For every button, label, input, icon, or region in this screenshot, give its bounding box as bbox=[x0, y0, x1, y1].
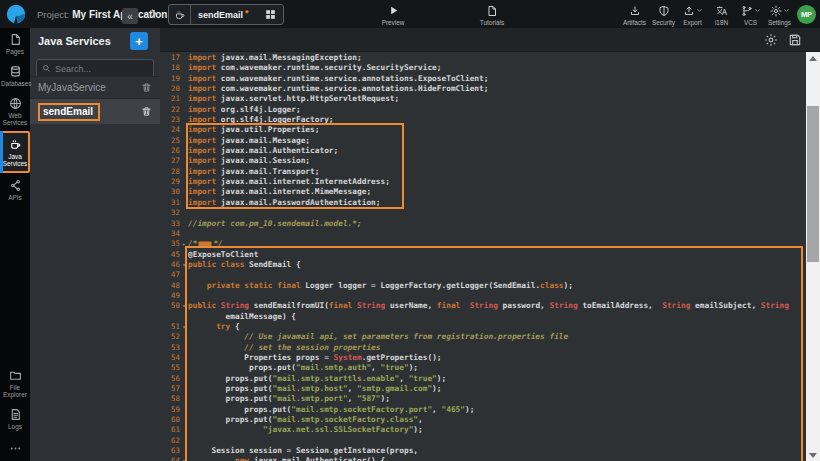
code-line[interactable]: 20import com.wavemaker.runtime.service.a… bbox=[160, 84, 806, 94]
grid-view-icon[interactable] bbox=[264, 8, 277, 21]
code-text: import org.slf4j.Logger; bbox=[188, 105, 806, 115]
i18n-button[interactable]: i18N bbox=[707, 4, 736, 26]
collapse-panel-button[interactable]: « bbox=[122, 8, 138, 24]
code-line[interactable]: 19import com.wavemaker.runtime.service.a… bbox=[160, 74, 806, 84]
code-line[interactable]: 29import javax.mail.internet.InternetAdd… bbox=[160, 177, 806, 187]
artifacts-button[interactable]: Artifacts bbox=[620, 4, 649, 26]
code-line[interactable]: 23import org.slf4j.LoggerFactory; bbox=[160, 115, 806, 125]
scroll-up-button[interactable] bbox=[809, 56, 817, 61]
tab-sendemail[interactable]: sendEmail * bbox=[168, 4, 284, 25]
sidebar-item-file-explorer[interactable]: File Explorer bbox=[0, 364, 30, 402]
line-number: 55 bbox=[160, 363, 180, 373]
save-button[interactable] bbox=[788, 33, 802, 47]
line-number: 18 bbox=[160, 63, 180, 73]
scroll-down-button[interactable] bbox=[809, 453, 817, 458]
search-input[interactable] bbox=[55, 64, 145, 74]
code-text: import javax.mail.internet.InternetAddre… bbox=[188, 177, 806, 187]
code-line[interactable]: 49 bbox=[160, 291, 806, 301]
security-button[interactable]: Security bbox=[649, 4, 678, 26]
code-line[interactable]: 31import javax.mail.PasswordAuthenticati… bbox=[160, 198, 806, 208]
more-options-button[interactable] bbox=[0, 442, 30, 455]
code-line[interactable]: 32 bbox=[160, 208, 806, 218]
code-line[interactable]: 58 props.put("mail.smtp.port", "587"); bbox=[160, 394, 806, 404]
fold-marker bbox=[180, 84, 188, 94]
code-line[interactable]: 52 // Use javamail api, set parameters f… bbox=[160, 332, 806, 342]
add-java-service-button[interactable]: + bbox=[130, 32, 148, 50]
code-line[interactable]: 57 props.put("mail.smtp.host", "smtp.gma… bbox=[160, 384, 806, 394]
fold-marker[interactable]: ▾ bbox=[180, 301, 188, 311]
collapsed-comment-widget[interactable] bbox=[198, 241, 212, 248]
export-button[interactable]: Export bbox=[678, 4, 707, 26]
code-line[interactable]: 51▾ try { bbox=[160, 322, 806, 332]
security-label: Security bbox=[652, 19, 675, 26]
code-line[interactable]: 18import com.wavemaker.runtime.security.… bbox=[160, 63, 806, 73]
code-line[interactable]: 62 bbox=[160, 436, 806, 446]
code-line[interactable]: 60 props.put("mail.smtp.socketFactory.cl… bbox=[160, 415, 806, 425]
code-line[interactable]: 30import javax.mail.internet.MimeMessage… bbox=[160, 187, 806, 197]
code-line[interactable]: 63 Session session = Session.getInstance… bbox=[160, 446, 806, 456]
fold-marker[interactable]: ▾ bbox=[180, 322, 188, 332]
service-item-MyJavaService[interactable]: MyJavaService bbox=[30, 76, 160, 98]
coffee-icon bbox=[9, 138, 22, 151]
sidebar-item-logs[interactable]: Logs bbox=[0, 403, 30, 434]
code-line[interactable]: 48 private static final Logger logger = … bbox=[160, 281, 806, 291]
vcs-button[interactable]: VCS bbox=[736, 4, 765, 26]
java-coffee-icon bbox=[169, 5, 191, 24]
code-line[interactable]: 21import javax.servlet.http.HttpServletR… bbox=[160, 94, 806, 104]
code-line[interactable]: emailMessage) { bbox=[160, 312, 806, 322]
code-line[interactable]: 61 "javax.net.ssl.SSLSocketFactory"); bbox=[160, 425, 806, 435]
sidebar-item-pages[interactable]: Pages bbox=[0, 28, 30, 59]
code-line[interactable]: 26import javax.mail.Authenticator; bbox=[160, 146, 806, 156]
sidebar-item-web-services[interactable]: Web Services bbox=[0, 92, 30, 130]
fold-marker[interactable]: ▸ bbox=[180, 239, 188, 249]
fold-marker[interactable]: ▾ bbox=[180, 456, 188, 461]
sidebar-item-databases[interactable]: Databases bbox=[0, 60, 30, 91]
code-line[interactable]: 64▾ new javax.mail.Authenticator() { bbox=[160, 456, 806, 461]
line-number: 20 bbox=[160, 84, 180, 94]
line-number: 52 bbox=[160, 332, 180, 342]
code-line[interactable]: 22import org.slf4j.Logger; bbox=[160, 105, 806, 115]
fold-marker[interactable]: ▾ bbox=[180, 260, 188, 270]
delete-service-icon[interactable] bbox=[141, 106, 152, 117]
wavemaker-logo-icon[interactable] bbox=[5, 3, 27, 25]
code-line[interactable]: 56 props.put("mail.smtp.starttls.enable"… bbox=[160, 374, 806, 384]
fold-marker bbox=[180, 250, 188, 260]
service-item-sendEmail[interactable]: sendEmail bbox=[30, 98, 160, 124]
code-line[interactable]: 25import javax.mail.Message; bbox=[160, 136, 806, 146]
project-label: Project: bbox=[37, 9, 69, 20]
line-number: 27 bbox=[160, 156, 180, 166]
scrollbar-thumb[interactable] bbox=[807, 106, 819, 262]
editor-settings-button[interactable] bbox=[764, 33, 778, 47]
line-number: 46 bbox=[160, 260, 180, 270]
code-text bbox=[188, 208, 806, 218]
code-line[interactable]: 34 bbox=[160, 229, 806, 239]
line-number: 33 bbox=[160, 219, 180, 229]
code-line[interactable]: 17import javax.mail.MessagingException; bbox=[160, 53, 806, 63]
vertical-scrollbar[interactable] bbox=[806, 52, 820, 461]
preview-button[interactable]: Preview bbox=[371, 4, 415, 26]
sidebar-item-apis[interactable]: APIs bbox=[0, 174, 30, 205]
code-line[interactable]: 47 bbox=[160, 270, 806, 280]
code-line[interactable]: 50▾public String sendEmailfromUI(final S… bbox=[160, 301, 806, 311]
user-avatar[interactable]: MP bbox=[797, 5, 816, 24]
delete-service-icon[interactable] bbox=[141, 82, 152, 93]
code-editor[interactable]: 17import javax.mail.MessagingException;1… bbox=[160, 52, 806, 461]
code-line[interactable]: 33//import com.pm_10.sendemail.model.*; bbox=[160, 219, 806, 229]
code-line[interactable]: 45@ExposeToClient bbox=[160, 250, 806, 260]
pages-icon bbox=[9, 33, 22, 46]
settings-button[interactable]: Settings bbox=[765, 4, 794, 26]
code-line[interactable]: 24import java.util.Properties; bbox=[160, 125, 806, 135]
code-line[interactable]: 59 props.put("mail.smtp.socketFactory.po… bbox=[160, 405, 806, 415]
code-line[interactable]: 27import javax.mail.Session; bbox=[160, 156, 806, 166]
sidebar-item-java-services[interactable]: Java Services bbox=[0, 131, 30, 173]
fold-marker bbox=[180, 74, 188, 84]
code-line[interactable]: 28import javax.mail.Transport; bbox=[160, 167, 806, 177]
code-line[interactable]: 35▸/**/ bbox=[160, 239, 806, 249]
code-line[interactable]: 55 props.put("mail.smtp.auth", "true"); bbox=[160, 363, 806, 373]
tutorials-button[interactable]: Tutorials bbox=[468, 4, 516, 26]
code-text: props.put("mail.smtp.starttls.enable", "… bbox=[188, 374, 806, 384]
code-text: import javax.servlet.http.HttpServletReq… bbox=[188, 94, 806, 104]
code-line[interactable]: 46▾public class SendEmail { bbox=[160, 260, 806, 270]
code-line[interactable]: 54 Properties props = System.getProperti… bbox=[160, 353, 806, 363]
code-line[interactable]: 53 // set the session properties bbox=[160, 343, 806, 353]
